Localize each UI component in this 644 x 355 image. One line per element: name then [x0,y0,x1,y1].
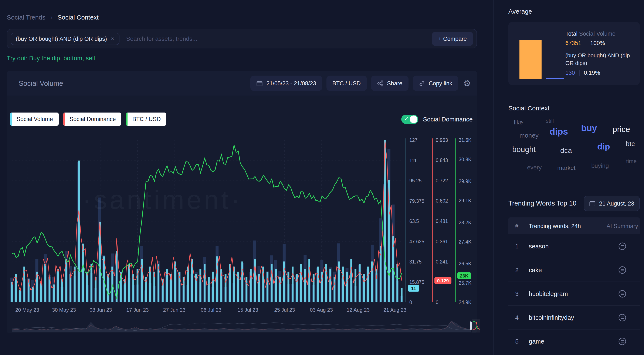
ai-summary-button[interactable] [618,313,626,322]
cloud-word-money[interactable]: money [520,132,538,138]
cloud-word-like[interactable]: like [514,119,523,125]
table-row[interactable]: 4bitcoininfinityday [508,306,640,330]
trending-table: #Trending words, 24hAI Summary1season2ca… [508,217,640,353]
y-axes: 015.87531.7547.62563.579.37595.251111271… [406,137,472,305]
row-rank: 2 [508,267,529,273]
chart-panel: Social Volume 21/05/23 - 21/08/23 BTC / … [7,71,477,333]
legend-chip-social-volume[interactable]: Social Volume [10,112,58,126]
average-mini-chart [515,29,565,79]
word-cloud: likestilldipsbuypricemoneyboughtdcadipbt… [508,116,640,180]
legend-color-bar [126,112,128,126]
legend-chips: Social VolumeSocial DominanceBTC / USD [10,112,401,126]
sidebar: Average Total Social Volume 67351 100% (… [493,0,644,355]
svg-text:0.843: 0.843 [436,158,448,163]
main-chart[interactable]: 015.87531.7547.62563.579.37595.251111271… [10,136,480,316]
col-rank: # [508,223,529,229]
cloud-word-every[interactable]: every [527,164,542,170]
query-percent: 0.19% [584,70,600,76]
svg-text:0.481: 0.481 [436,219,448,224]
cloud-word-price[interactable]: price [612,125,630,133]
dominance-toggle-row: ✓ Social Dominance [401,114,473,124]
svg-text:11: 11 [411,286,416,291]
query-volume-bar [546,78,564,79]
pair-label: BTC / USD [332,80,361,86]
timeline-navigator[interactable] [10,318,480,333]
ai-summary-button[interactable] [618,337,626,346]
cloud-word-time[interactable]: time [626,158,636,164]
breadcrumb-parent[interactable]: Social Trends [7,13,46,21]
ai-summary-button[interactable] [618,266,626,274]
legend-chip-btc-usd[interactable]: BTC / USD [126,112,166,126]
total-metric-label: Social Volume [579,30,616,37]
copy-link-label: Copy link [429,80,452,86]
share-icon [377,80,383,86]
trending-word[interactable]: cake [529,267,605,273]
svg-text:30.8K: 30.8K [459,157,472,162]
table-row[interactable]: 2cake [508,258,640,282]
close-icon[interactable]: × [111,36,114,42]
santiment-social-trends-app: Social Trends › Social Context (buy OR b… [0,0,644,355]
svg-text:26.5K: 26.5K [459,261,472,267]
row-rank: 5 [508,338,529,345]
search-input[interactable] [126,35,426,42]
settings-gear-icon[interactable]: ⚙ [463,79,471,87]
ai-summary-icon [618,337,626,346]
share-button[interactable]: Share [371,76,408,91]
ai-summary-button[interactable] [618,289,626,298]
cloud-word-dips[interactable]: dips [550,127,568,136]
table-row[interactable]: 5game [508,330,640,353]
cloud-word-buy[interactable]: buy [581,124,597,132]
x-axis-labels: 20 May 2330 May 2308 Jun 2317 Jun 2327 J… [15,307,406,313]
ai-summary-icon [618,289,626,298]
table-row[interactable]: 3huobitelegram [508,282,640,306]
table-row[interactable]: 1season [508,234,640,258]
trending-date-button[interactable]: 21 August, 23 [584,196,640,211]
calendar-icon [590,200,596,207]
toggle-knob [410,115,418,123]
try-out-label: Try out: [7,55,28,61]
navigator-handle [470,322,472,330]
svg-text:29.9K: 29.9K [459,179,472,184]
total-value: 67351 [565,40,581,46]
pair-button[interactable]: BTC / USD [326,76,367,91]
svg-text:0: 0 [409,300,412,305]
cloud-word-bought[interactable]: bought [512,146,536,153]
total-percent: 100% [590,40,605,46]
cloud-word-btc[interactable]: btc [626,141,635,147]
share-label: Share [387,80,402,86]
col-words: Trending words, 24h [529,223,605,229]
cloud-word-buying[interactable]: buying [591,163,609,169]
cloud-word-still[interactable]: still [546,118,554,124]
ai-summary-button[interactable] [618,242,626,250]
table-header-row: #Trending words, 24hAI Summary [508,217,640,234]
svg-text:29.1K: 29.1K [459,198,472,203]
svg-text:24.9K: 24.9K [459,300,472,305]
chart-area: ·santiment· 015.87531.7547.62563.579.375… [10,136,477,316]
svg-text:0.129: 0.129 [437,278,449,284]
search-bar: (buy OR bought) AND (dip OR dips) × + Co… [7,29,477,48]
trending-word[interactable]: game [529,338,605,345]
total-volume-bar [520,40,542,79]
svg-text:127: 127 [409,137,418,143]
legend-chip-social-dominance[interactable]: Social Dominance [63,112,121,126]
legend-chip-label: Social Volume [16,116,53,122]
volume-shadow-bars [10,149,403,302]
trending-word[interactable]: bitcoininfinityday [529,314,605,321]
trending-header: Trending Words Top 10 21 August, 23 [508,196,640,211]
copy-link-button[interactable]: Copy link [412,76,458,91]
date-range-button[interactable]: 21/05/23 - 21/08/23 [250,76,322,91]
cloud-word-market[interactable]: market [557,165,576,171]
query-chip[interactable]: (buy OR bought) AND (dip OR dips) × [11,32,120,45]
compare-button[interactable]: + Compare [432,32,473,46]
svg-text:0: 0 [436,300,438,305]
cloud-word-dip[interactable]: dip [597,142,610,151]
chevron-right-icon: › [50,14,52,20]
trending-word[interactable]: huobitelegram [529,290,605,297]
trending-word[interactable]: season [529,243,605,250]
svg-text:25.7K: 25.7K [459,280,472,286]
legend-chip-label: Social Dominance [70,116,116,122]
try-out-suggestions[interactable]: Buy the dip, bottom, sell [29,55,95,61]
toggle-label: Social Dominance [423,116,473,122]
cloud-word-dca[interactable]: dca [560,147,572,154]
dominance-toggle[interactable]: ✓ [401,114,418,124]
